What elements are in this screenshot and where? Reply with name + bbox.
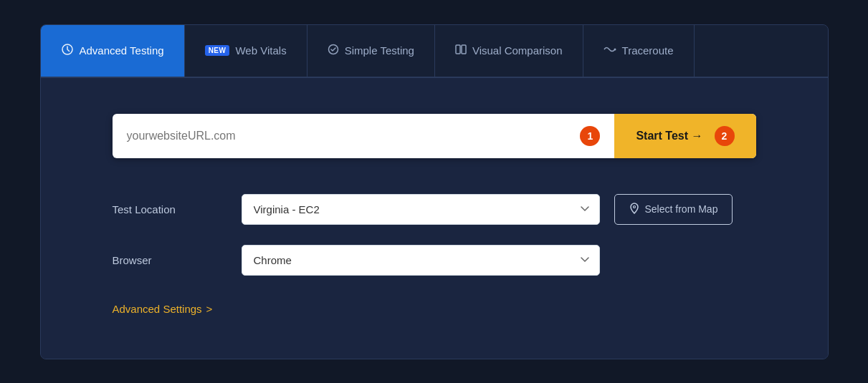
url-input-section: 1 <box>113 117 615 155</box>
tab-traceroute[interactable]: Traceroute <box>583 25 695 77</box>
tab-simple-testing-label: Simple Testing <box>345 44 414 57</box>
main-content: 1 Start Test → 2 Test Location Virginia … <box>41 78 828 359</box>
tab-advanced-testing-label: Advanced Testing <box>80 44 164 57</box>
url-input[interactable] <box>127 117 572 155</box>
advanced-settings-link[interactable]: Advanced Settings > <box>113 303 213 315</box>
tab-simple-testing[interactable]: Simple Testing <box>307 25 435 77</box>
tab-bar: Advanced Testing NEW Web Vitals Simple T… <box>41 25 828 78</box>
url-step-badge: 1 <box>580 126 600 146</box>
start-test-label: Start Test → <box>636 130 702 142</box>
advanced-settings-label: Advanced Settings <box>113 303 202 315</box>
svg-rect-3 <box>462 45 466 54</box>
map-pin-icon <box>629 203 639 216</box>
url-bar: 1 Start Test → 2 <box>113 114 756 158</box>
test-location-label: Test Location <box>113 203 227 215</box>
svg-point-5 <box>633 205 635 208</box>
advanced-testing-icon <box>61 43 74 59</box>
start-step-badge: 2 <box>715 126 735 146</box>
tab-visual-comparison[interactable]: Visual Comparison <box>435 25 583 77</box>
tab-advanced-testing[interactable]: Advanced Testing <box>41 25 185 77</box>
traceroute-icon <box>604 44 616 57</box>
test-location-row: Test Location Virginia - EC2 New York Lo… <box>113 194 756 225</box>
browser-label: Browser <box>113 254 227 266</box>
svg-point-4 <box>614 48 616 50</box>
simple-testing-icon <box>328 44 339 58</box>
browser-select[interactable]: Chrome Firefox Safari Edge <box>242 245 600 276</box>
select-from-map-label: Select from Map <box>645 203 718 215</box>
advanced-settings-chevron: > <box>206 303 213 315</box>
tab-web-vitals[interactable]: NEW Web Vitals <box>185 25 307 77</box>
svg-rect-2 <box>456 45 460 54</box>
app-container: Advanced Testing NEW Web Vitals Simple T… <box>40 24 829 359</box>
tab-visual-comparison-label: Visual Comparison <box>472 44 563 57</box>
visual-comparison-icon <box>455 44 467 58</box>
new-badge: NEW <box>205 45 230 56</box>
start-test-button[interactable]: Start Test → 2 <box>614 114 755 158</box>
test-location-select[interactable]: Virginia - EC2 New York London Frankfurt… <box>242 194 600 225</box>
tab-traceroute-label: Traceroute <box>622 44 674 57</box>
tab-web-vitals-label: Web Vitals <box>235 44 286 57</box>
select-from-map-button[interactable]: Select from Map <box>614 194 733 225</box>
browser-row: Browser Chrome Firefox Safari Edge <box>113 245 756 276</box>
